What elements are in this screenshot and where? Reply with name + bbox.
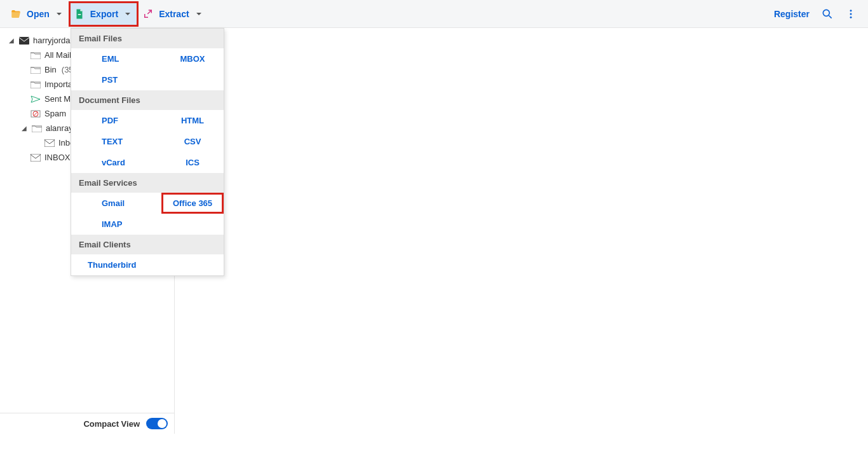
folder-open-icon (10, 8, 22, 20)
register-link[interactable]: Register (774, 9, 810, 19)
folder-label: INBOX (44, 153, 70, 162)
chevron-down-icon (125, 11, 131, 17)
mail-icon (19, 36, 29, 45)
file-export-icon (74, 8, 85, 20)
expander-icon: ◢ (9, 37, 15, 44)
svg-point-0 (823, 10, 829, 16)
export-pst[interactable]: PST (71, 69, 161, 90)
export-label: Export (90, 9, 118, 19)
extract-label: Extract (159, 9, 189, 19)
export-gmail[interactable]: Gmail (71, 193, 161, 214)
svg-line-11 (34, 112, 37, 116)
mail-outline-icon (31, 153, 41, 162)
dd-header-email-services: Email Services (71, 173, 224, 193)
svg-rect-5 (19, 37, 29, 45)
export-text[interactable]: TEXT (71, 131, 161, 152)
extract-icon (142, 8, 154, 20)
open-label: Open (27, 9, 50, 19)
export-eml[interactable]: EML (71, 48, 161, 69)
account-label: harryjordan (33, 36, 75, 45)
export-imap[interactable]: IMAP (71, 214, 161, 235)
compact-view-toggle[interactable] (146, 418, 168, 429)
expander-icon: ◢ (22, 125, 28, 132)
folder-icon (31, 80, 41, 89)
toolbar-right: Register (774, 8, 862, 20)
svg-rect-14 (31, 154, 41, 162)
folder-icon (32, 124, 42, 133)
export-html[interactable]: HTML (161, 110, 224, 131)
toolbar-left: Open Export Extract (6, 3, 208, 25)
export-pdf[interactable]: PDF (71, 110, 161, 131)
chevron-down-icon (56, 11, 62, 17)
export-mbox[interactable]: MBOX (161, 48, 224, 69)
mail-outline-icon (44, 139, 55, 148)
open-button[interactable]: Open (6, 3, 69, 25)
more-vert-icon[interactable] (845, 8, 857, 20)
export-dropdown: Email Files EML MBOX PST Document Files … (71, 28, 224, 276)
export-thunderbird[interactable]: Thunderbird (71, 254, 154, 275)
spam-icon (31, 109, 41, 118)
svg-rect-13 (44, 139, 55, 147)
compact-view-label: Compact View (83, 419, 140, 429)
content-area (175, 28, 868, 434)
svg-point-2 (850, 10, 852, 11)
export-vcard[interactable]: vCard (71, 152, 161, 173)
dd-header-email-clients: Email Clients (71, 235, 224, 254)
chevron-down-icon (196, 11, 202, 17)
folder-label: Bin (44, 65, 57, 74)
toolbar: Open Export Extract Register (0, 0, 868, 28)
svg-point-4 (850, 16, 852, 18)
search-icon[interactable] (821, 8, 834, 20)
sent-icon (31, 95, 41, 104)
folder-label: Spam (44, 109, 66, 118)
sidebar-bottom: Compact View (0, 413, 174, 434)
empty (161, 69, 224, 90)
export-csv[interactable]: CSV (161, 131, 224, 152)
export-button[interactable]: Export (70, 3, 137, 25)
export-office365[interactable]: Office 365 (161, 193, 224, 214)
empty (154, 254, 224, 275)
extract-button[interactable]: Extract (139, 3, 208, 25)
folder-icon (31, 66, 41, 74)
empty (161, 214, 224, 235)
dd-header-email-files: Email Files (71, 29, 224, 48)
svg-line-1 (829, 15, 832, 18)
folder-label: All Mail (44, 50, 71, 60)
dd-header-document-files: Document Files (71, 90, 224, 110)
folder-icon (31, 51, 41, 60)
export-ics[interactable]: ICS (161, 152, 224, 173)
svg-point-3 (850, 13, 852, 15)
